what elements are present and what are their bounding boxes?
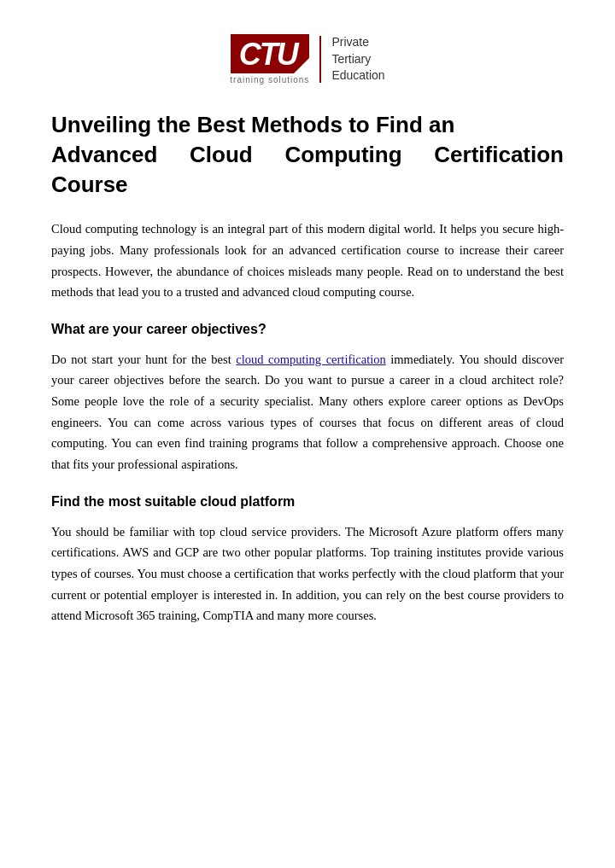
main-title: Unveiling the Best Methods to Find an Ad… — [51, 110, 564, 200]
logo-container: CTU training solutions Private Tertiary … — [230, 34, 384, 84]
section1-paragraph: Do not start your hunt for the best clou… — [51, 349, 564, 475]
ctu-subtitle: training solutions — [230, 75, 309, 84]
title-line2: Advanced Cloud Computing Certification C… — [51, 142, 564, 197]
logo-area: CTU training solutions Private Tertiary … — [51, 34, 564, 84]
logo-divider — [319, 36, 321, 83]
ctu-box: CTU — [231, 34, 309, 73]
ctu-notch-decoration — [294, 58, 309, 73]
section2-paragraph: You should be familiar with top cloud se… — [51, 521, 564, 626]
intro-paragraph: Cloud computing technology is an integra… — [51, 218, 564, 303]
section2-heading: Find the most suitable cloud platform — [51, 494, 564, 510]
ctu-letters: CTU — [239, 37, 297, 72]
logo-line3: Education — [331, 67, 384, 84]
logo-line2: Tertiary — [331, 51, 384, 68]
section1-text-after-link: immediately. You should discover your ca… — [51, 352, 564, 471]
title-line1: Unveiling the Best Methods to Find an — [51, 112, 454, 137]
cloud-computing-certification-link[interactable]: cloud computing certification — [236, 352, 385, 366]
ctu-logo-left: CTU training solutions — [230, 34, 309, 84]
section1-heading: What are your career objectives? — [51, 322, 564, 337]
page: CTU training solutions Private Tertiary … — [0, 0, 615, 868]
section1-text-before-link: Do not start your hunt for the best — [51, 352, 236, 366]
logo-line1: Private — [331, 34, 384, 51]
logo-text-right: Private Tertiary Education — [331, 34, 384, 84]
